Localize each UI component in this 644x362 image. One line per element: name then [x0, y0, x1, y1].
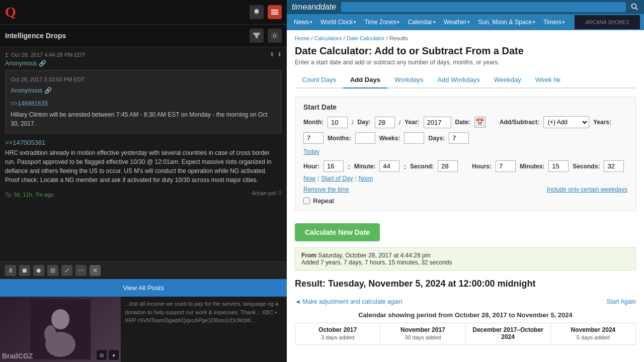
extra-links: Remove the time Include only certain wee… [303, 186, 627, 193]
link-icon[interactable]: 🔗 [39, 60, 46, 67]
hour-input[interactable] [324, 160, 344, 172]
source-label: 4chan pol [252, 190, 276, 196]
chevron-down-icon: ▾ [562, 20, 565, 25]
inner-link-icon[interactable]: 🔗 [44, 86, 52, 95]
calculate-btn[interactable]: Calculate New Date [295, 223, 380, 241]
settings-icon[interactable] [268, 29, 282, 43]
nav-world-clock[interactable]: World Clock ▾ [317, 17, 359, 28]
today-link[interactable]: Today [303, 148, 319, 155]
days-input[interactable] [449, 132, 469, 144]
nav-sun-moon[interactable]: Sun, Moon & Space ▾ [475, 17, 538, 28]
tad-search-bar[interactable] [341, 2, 626, 12]
calendar-period-title: Calendar showing period from October 28,… [295, 311, 636, 319]
breadcrumb-date-calc[interactable]: Date Calculator [347, 35, 385, 41]
date-sep-1: / [352, 119, 354, 126]
noon-link[interactable]: Noon [359, 175, 373, 182]
nav-weather[interactable]: Weather ▾ [441, 17, 473, 28]
calendar-section: Calendar showing period from October 28,… [295, 311, 636, 345]
tab-add-days[interactable]: Add Days [343, 72, 387, 88]
chevron-down-icon: ▾ [354, 20, 356, 25]
share-icon[interactable]: ⬆ [270, 51, 274, 58]
added-label: Added 7 years, 7 days, 7 hours, 15 minut… [301, 259, 629, 266]
tab-week-no[interactable]: Week № [528, 72, 568, 88]
nav-timers[interactable]: Timers ▾ [540, 17, 568, 28]
hours-input[interactable] [496, 160, 516, 172]
add-subtract-select[interactable]: (+) Add (-) Subtract [543, 116, 589, 128]
record-btn[interactable]: ⏺ [33, 265, 44, 276]
svg-rect-1 [271, 12, 278, 13]
breadcrumb: Home / Calculators / Date Calculator / R… [295, 35, 636, 41]
save-icon[interactable]: ⬇ [277, 51, 282, 58]
post-inner-author: Anonymous 🔗 [11, 86, 276, 95]
cal-col-1-title: November 2017 [382, 326, 463, 333]
start-date-label: Start Date [303, 103, 627, 111]
remove-time-link[interactable]: Remove the time [303, 186, 349, 193]
post-inner-date: Oct 28, 2017 3:33:50 PM EDT [11, 75, 276, 84]
weeks-col-label: Weeks: [379, 135, 400, 142]
notification-icon[interactable] [250, 5, 264, 19]
breadcrumb-results: Results [389, 35, 408, 41]
view-all-posts-btn[interactable]: View All Posts [0, 279, 287, 297]
page-subtitle: Enter a start date and add or subtract a… [295, 59, 636, 66]
adjust-link[interactable]: ◄ Make adjustment and calculate again [295, 298, 402, 305]
breadcrumb-home[interactable]: Home [295, 35, 309, 41]
seconds-input[interactable] [604, 160, 624, 172]
day-input[interactable] [375, 117, 395, 128]
nav-news[interactable]: News ▾ [291, 17, 315, 28]
cal-col-3-title: November 2024 [553, 326, 633, 333]
header-icons [250, 5, 282, 19]
tab-count-days[interactable]: Count Days [295, 72, 343, 88]
from-date-value: Saturday, October 28, 2017 at 4:44:28 pm [318, 252, 430, 259]
date-col-label: Date: [455, 119, 470, 126]
post-container: 1 Oct 28, 2017 4:44:28 PM EDT ⬆ ⬇ Anonym… [0, 47, 287, 261]
tab-weekday[interactable]: Weekday [487, 72, 528, 88]
nav-time-zones[interactable]: Time Zones ▾ [361, 17, 403, 28]
resize-btn[interactable]: ⤢ [61, 265, 72, 276]
form-section: Start Date Month: / Day: / Year: Date: 📅… [295, 97, 636, 211]
cal-col-0-sub: 3 days added [297, 334, 378, 340]
months-input[interactable] [355, 132, 375, 144]
start-of-day-link[interactable]: Start of Day [321, 175, 353, 182]
svg-point-5 [51, 309, 69, 329]
calendar-picker-icon[interactable]: 📅 [474, 117, 486, 128]
tad-nav: News ▾ World Clock ▾ Time Zones ▾ Calend… [287, 14, 644, 30]
screenshot-btn[interactable]: ⊞ [47, 265, 58, 276]
include-weekdays-link[interactable]: Include only certain weekdays [547, 186, 627, 193]
now-link[interactable]: Now [303, 175, 315, 182]
from-label: From [301, 252, 316, 259]
time-ago: 7y, 3d, 11h, 7m ago 4chan pol ⧉ [5, 189, 282, 198]
minute-input[interactable] [379, 160, 399, 172]
chevron-down-icon: ▾ [433, 20, 436, 25]
cal-col-2: December 2017–October 2024 [466, 323, 551, 344]
minute-label: Minute: [354, 163, 376, 170]
video-thumbnail: BradCGZ ⊟ ♦ [0, 297, 121, 362]
more-btn[interactable]: ⋯ [75, 265, 87, 276]
breadcrumb-calculators[interactable]: Calculators [314, 35, 342, 41]
start-again-link[interactable]: Start Again [606, 298, 636, 305]
weeks-input[interactable] [404, 132, 424, 144]
ticker-text: ...lost all income we used to pay for th… [125, 301, 278, 323]
months-col-label: Months: [328, 135, 351, 142]
year-input[interactable] [424, 117, 451, 128]
intelligence-drops-bar: Intelligence Drops [0, 25, 287, 47]
years-col-label: Years: [593, 119, 611, 126]
overlay-icon-1[interactable]: ⊟ [97, 350, 107, 360]
overlay-icon-2[interactable]: ♦ [109, 350, 119, 360]
page-title: Date Calculator: Add to or Subtract From… [295, 45, 636, 57]
bottom-section: BradCGZ ⊟ ♦ ...lost all income we used t… [0, 297, 287, 362]
intelligence-drops-icons [250, 29, 282, 43]
tab-workdays[interactable]: Workdays [387, 72, 431, 88]
minutes-input[interactable] [548, 160, 569, 172]
repeat-checkbox[interactable] [303, 198, 310, 204]
second-input[interactable] [438, 160, 458, 172]
years-input[interactable] [303, 132, 324, 144]
close-media-btn[interactable]: ✕ [90, 265, 101, 276]
menu-icon[interactable] [268, 5, 282, 19]
stop-btn[interactable]: ⏹ [19, 265, 30, 276]
filter-icon[interactable] [250, 29, 264, 43]
tab-add-workdays[interactable]: Add Workdays [430, 72, 487, 88]
date-sep-2: / [399, 119, 401, 126]
nav-calendar[interactable]: Calendar ▾ [405, 17, 439, 28]
month-input[interactable] [328, 117, 348, 128]
play-pause-btn[interactable]: ⏸ [5, 265, 16, 276]
